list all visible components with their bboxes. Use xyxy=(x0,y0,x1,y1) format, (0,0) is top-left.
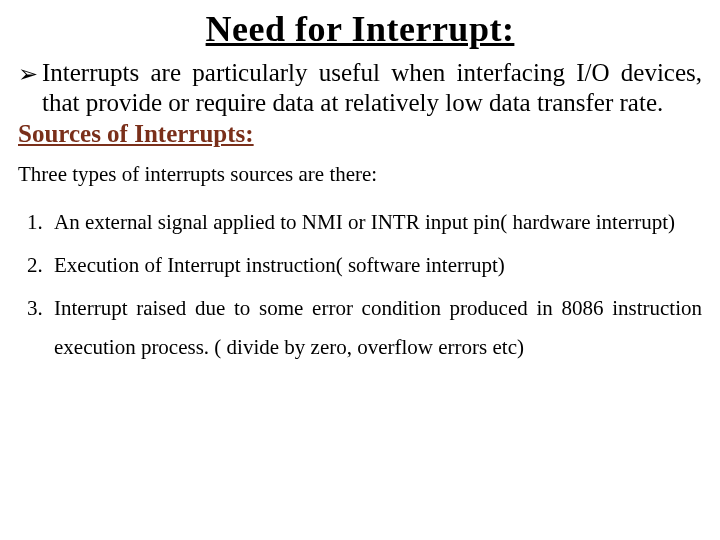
list-item: Interrupt raised due to some error condi… xyxy=(48,289,702,367)
subheading-sources: Sources of Interrupts: xyxy=(18,120,702,148)
chevron-right-icon: ➢ xyxy=(18,60,38,89)
intro-text: Three types of interrupts sources are th… xyxy=(18,162,702,187)
bullet-item: ➢ Interrupts are particularly useful whe… xyxy=(18,58,702,118)
numbered-list: An external signal applied to NMI or INT… xyxy=(18,203,702,366)
list-item: An external signal applied to NMI or INT… xyxy=(48,203,702,242)
list-item: Execution of Interrupt instruction( soft… xyxy=(48,246,702,285)
bullet-text: Interrupts are particularly useful when … xyxy=(42,58,702,118)
page-title: Need for Interrupt: xyxy=(18,8,702,50)
